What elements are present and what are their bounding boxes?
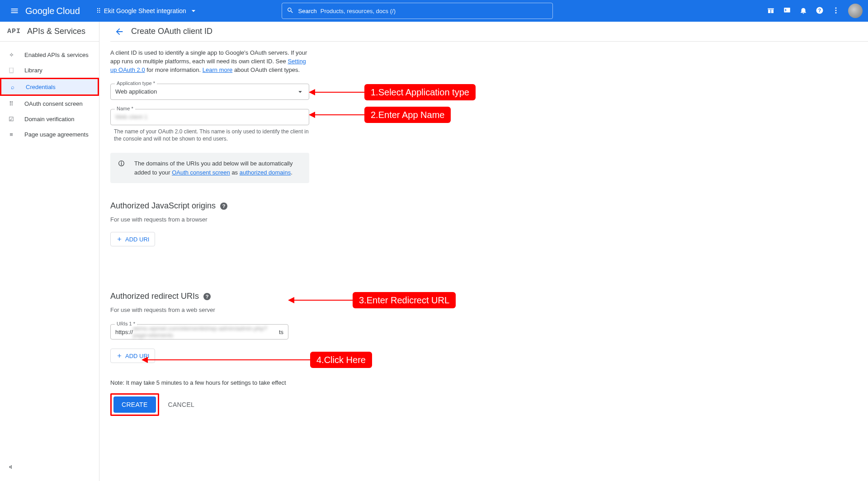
svg-point-8 [835,12,837,13]
name-input[interactable]: Web client 1 [110,109,309,125]
sidebar-item-label: Library [24,67,42,74]
sidebar-item-label: Credentials [26,84,56,90]
gift-icon[interactable] [767,6,775,16]
name-value: Web client 1 [115,113,147,120]
uri1-label: URIs 1 * [115,321,137,326]
add-uri-button-redirect[interactable]: ADD URI [110,349,155,363]
sidebar-item-credentials[interactable]: ⌕ Credentials [1,79,98,94]
sidebar-item-label: OAuth consent screen [24,100,83,107]
sidebar-item-agreements[interactable]: ≡ Page usage agreements [0,127,99,142]
search-label: Search [298,8,317,14]
main-content: Create OAuth client ID A client ID is us… [99,22,868,481]
add-uri-button-origins[interactable]: ADD URI [110,232,155,246]
annotation-2: 2.Enter App Name [310,107,451,123]
consent-icon: ⠿ [7,100,15,107]
project-dots-icon: ⠿ [96,7,100,14]
api-logo: API [7,28,21,35]
topbar: Google Cloud ⠿ Ekit Google Sheet integra… [0,0,868,22]
js-origins-sub: For use with requests from a browser [110,216,309,223]
svg-point-6 [835,7,837,9]
hamburger-menu-icon[interactable] [5,2,24,20]
console-icon[interactable] [783,6,791,16]
search-placeholder: Products, resources, docs (/) [321,8,396,14]
page-title: Create OAuth client ID [131,27,212,36]
svg-rect-9 [11,465,12,469]
more-vert-icon[interactable] [832,6,840,16]
check-icon: ☑ [7,116,15,123]
svg-rect-0 [768,9,770,13]
sidebar-item-library[interactable]: 🀆 Library [0,62,99,78]
sidebar-item-label: Page usage agreements [24,131,89,138]
svg-point-7 [835,9,837,11]
svg-text:?: ? [818,7,821,13]
page-icon: ≡ [7,131,15,138]
chevron-down-icon [189,6,198,15]
name-label: Name * [115,106,135,111]
plus-icon [116,353,123,359]
search-input[interactable]: Search Products, resources, docs (/) [282,3,553,19]
sidebar-item-label: Enabled APIs & services [24,52,89,58]
sidebar-item-enabled-apis[interactable]: ✧ Enabled APIs & services [0,47,99,62]
sidebar-item-domain[interactable]: ☑ Domain verification [0,111,99,127]
bell-icon[interactable] [799,6,807,16]
sidebar-item-label: Domain verification [24,116,75,123]
back-arrow-icon[interactable] [110,23,128,41]
link-consent-screen[interactable]: OAuth consent screen [172,169,230,176]
collapse-sidebar-icon[interactable] [6,463,14,472]
brand-google: Google [25,6,55,16]
sidebar-item-consent[interactable]: ⠿ OAuth consent screen [0,96,99,111]
redirect-title: Authorized redirect URIs [110,292,199,301]
project-name: Ekit Google Sheet integration [104,7,186,14]
plus-icon [116,236,123,242]
uri1-input[interactable]: https://demo.wpmet.com/elementkit/wp-adm… [110,324,288,340]
name-help: The name of your OAuth 2.0 client. This … [110,128,309,143]
brand[interactable]: Google Cloud [25,6,80,16]
redirect-sub: For use with requests from a web server [110,307,309,313]
link-authorized-domains[interactable]: authorized domains [240,169,291,176]
help-icon[interactable]: ? [816,6,824,16]
sidebar: API APIs & Services ✧ Enabled APIs & ser… [0,22,99,481]
app-type-select[interactable]: Web application [110,84,309,100]
chevron-down-icon [296,88,304,96]
diamond-icon: ✧ [7,52,15,58]
annotation-3: 3.Enter Redicrect URL [289,292,456,308]
annotation-1: 1.Select Application type [310,84,476,100]
cancel-button[interactable]: CANCEL [168,401,195,408]
app-type-label: Application type * [115,80,157,86]
info-icon: ⓘ [118,159,124,168]
avatar[interactable] [848,4,863,18]
link-learn-more[interactable]: Learn more [203,66,232,73]
note-text: Note: It may take 5 minutes to a few hou… [110,379,309,386]
create-button[interactable]: CREATE [113,396,156,413]
info-banner: ⓘ The domains of the URIs you add below … [110,153,309,183]
svg-rect-1 [771,9,774,13]
svg-rect-2 [768,8,774,9]
help-circle-icon[interactable]: ? [220,203,227,210]
library-icon: 🀆 [7,66,15,74]
project-selector[interactable]: ⠿ Ekit Google Sheet integration [93,5,202,17]
brand-cloud: Cloud [57,6,80,16]
sidebar-title: APIs & Services [27,27,85,36]
js-origins-title: Authorized JavaScript origins [110,201,216,211]
app-type-value: Web application [115,88,157,95]
sidebar-header[interactable]: API APIs & Services [0,22,99,42]
help-circle-icon[interactable]: ? [203,293,211,300]
svg-rect-3 [784,8,790,13]
key-icon: ⌕ [9,84,17,90]
search-icon [287,7,294,15]
intro-text: A client ID is used to identify a single… [110,49,309,75]
